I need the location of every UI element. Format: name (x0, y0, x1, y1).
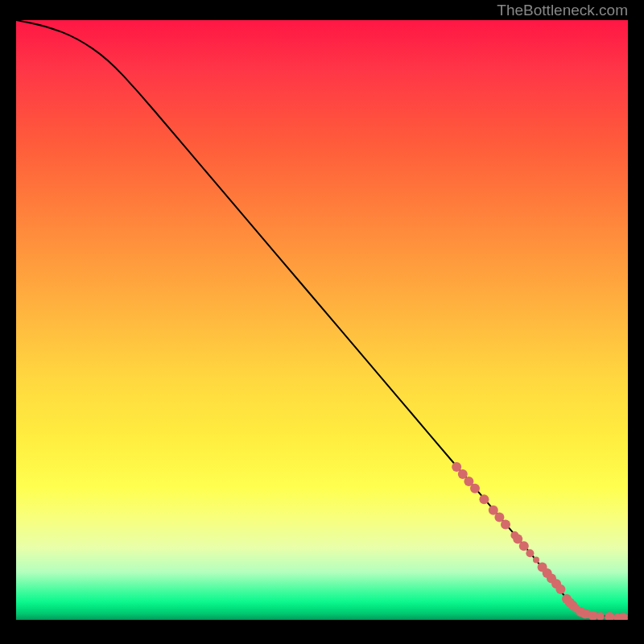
marker-point (479, 494, 489, 504)
highlight-points (452, 462, 628, 620)
marker-point (526, 549, 534, 557)
marker-point (605, 612, 614, 620)
marker-point (555, 584, 565, 594)
chart-overlay (16, 20, 628, 620)
marker-point (597, 613, 605, 620)
bottleneck-curve (16, 20, 628, 617)
marker-point (501, 520, 510, 530)
marker-point (519, 541, 529, 551)
marker-point (618, 613, 628, 620)
watermark-text: TheBottleneck.com (497, 2, 628, 19)
marker-point (470, 484, 480, 493)
marker-point (533, 557, 539, 564)
